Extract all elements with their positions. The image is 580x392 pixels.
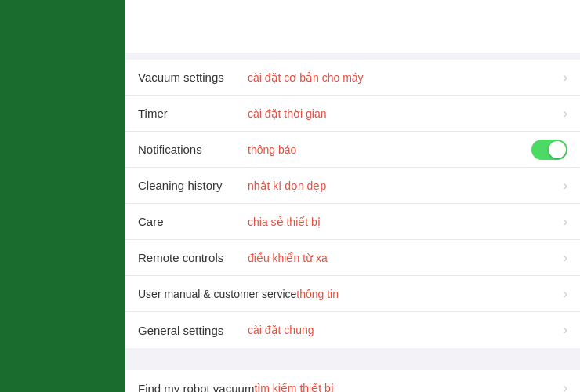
item-translation: thông báo bbox=[248, 143, 531, 156]
settings-item-remote-controls[interactable]: Remote controlsđiều khiển từ xa› bbox=[125, 240, 580, 276]
settings-list: Vacuum settingscài đặt cơ bản cho máy›Ti… bbox=[125, 53, 580, 392]
item-label: Vacuum settings bbox=[138, 71, 248, 84]
item-label: Timer bbox=[138, 107, 248, 120]
item-label: User manual & customer service bbox=[138, 288, 296, 300]
settings-item-care[interactable]: Carechia sẻ thiết bị› bbox=[125, 204, 580, 240]
notifications-toggle[interactable] bbox=[531, 140, 567, 160]
item-translation: điều khiển từ xa bbox=[248, 252, 564, 264]
brand-panel bbox=[0, 0, 125, 392]
divider-spacer bbox=[125, 348, 580, 364]
item-translation: tìm kiếm thiết bị bbox=[254, 382, 563, 392]
item-label: General settings bbox=[138, 324, 248, 337]
chevron-icon: › bbox=[564, 107, 567, 121]
item-label: Find my robot vacuum bbox=[138, 382, 254, 393]
item-translation: nhật kí dọn dẹp bbox=[248, 180, 564, 192]
settings-item-vacuum-settings[interactable]: Vacuum settingscài đặt cơ bản cho máy› bbox=[125, 60, 580, 96]
settings-item-user-manual-&-customer-service[interactable]: User manual & customer servicethông tin› bbox=[125, 276, 580, 312]
item-label: Notifications bbox=[138, 143, 248, 156]
item-translation: cài đặt cơ bản cho máy bbox=[248, 71, 564, 84]
nav-bar bbox=[125, 22, 580, 53]
settings-item-cleaning-history[interactable]: Cleaning historynhật kí dọn dẹp› bbox=[125, 168, 580, 204]
item-label: Cleaning history bbox=[138, 179, 248, 192]
chevron-icon: › bbox=[564, 287, 567, 301]
phone-panel: Vacuum settingscài đặt cơ bản cho máy›Ti… bbox=[125, 0, 580, 392]
chevron-icon: › bbox=[564, 71, 567, 85]
item-translation: thông tin bbox=[296, 288, 563, 300]
settings-group-main: Vacuum settingscài đặt cơ bản cho máy›Ti… bbox=[125, 60, 580, 348]
chevron-icon: › bbox=[564, 251, 567, 265]
chevron-icon: › bbox=[564, 323, 567, 337]
settings-group-secondary: Find my robot vacuumtìm kiếm thiết bị› bbox=[125, 370, 580, 392]
settings-item-general-settings[interactable]: General settingscài đặt chung› bbox=[125, 312, 580, 348]
settings-item-timer[interactable]: Timercài đặt thời gian› bbox=[125, 96, 580, 132]
item-translation: cài đặt chung bbox=[248, 324, 564, 336]
chevron-icon: › bbox=[564, 381, 567, 392]
chevron-icon: › bbox=[564, 179, 567, 193]
item-translation: cài đặt thời gian bbox=[248, 107, 564, 120]
settings-item-notifications[interactable]: Notificationsthông báo bbox=[125, 132, 580, 168]
settings-item-find-my-robot-vacuum[interactable]: Find my robot vacuumtìm kiếm thiết bị› bbox=[125, 370, 580, 392]
chevron-icon: › bbox=[564, 215, 567, 229]
item-label: Care bbox=[138, 215, 248, 228]
item-translation: chia sẻ thiết bị bbox=[248, 216, 564, 228]
item-label: Remote controls bbox=[138, 251, 248, 264]
status-bar bbox=[125, 0, 580, 22]
